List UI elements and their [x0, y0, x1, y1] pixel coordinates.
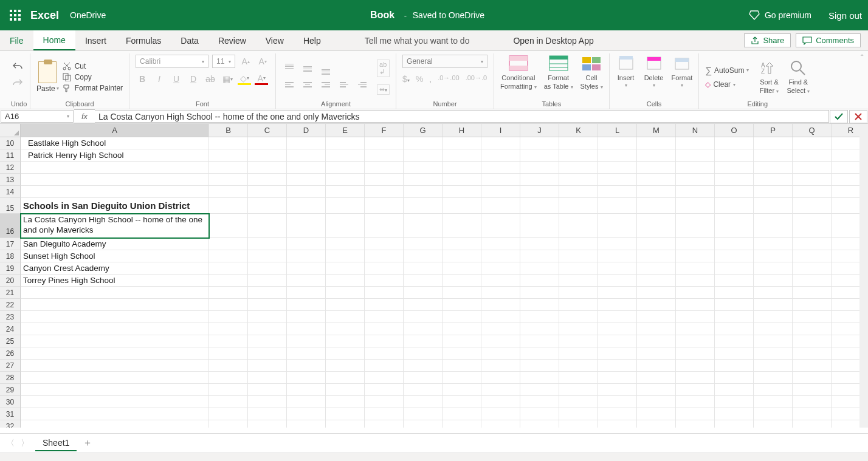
cell[interactable]: Schools in San Dieguito Union District — [21, 198, 209, 214]
cell[interactable] — [598, 238, 637, 250]
cell[interactable] — [287, 420, 326, 428]
cell[interactable] — [248, 238, 287, 250]
cell[interactable] — [598, 149, 637, 162]
cell[interactable] — [365, 214, 404, 238]
cell[interactable] — [248, 408, 287, 420]
cell[interactable] — [21, 372, 209, 384]
tab-help[interactable]: Help — [294, 30, 331, 50]
cell[interactable] — [637, 174, 676, 186]
cell[interactable] — [481, 420, 520, 428]
cell[interactable] — [287, 372, 326, 384]
cell[interactable] — [209, 311, 248, 323]
cell[interactable] — [715, 149, 754, 162]
cell[interactable] — [326, 275, 365, 287]
cell[interactable] — [520, 384, 559, 396]
cell[interactable] — [326, 250, 365, 262]
cell[interactable] — [365, 347, 404, 360]
cell[interactable] — [637, 384, 676, 396]
cell[interactable] — [559, 323, 598, 335]
cell[interactable] — [248, 198, 287, 214]
column-header[interactable]: N — [676, 124, 715, 137]
cell[interactable] — [443, 311, 481, 323]
cell[interactable] — [326, 360, 365, 372]
cell[interactable] — [559, 238, 598, 250]
cell[interactable] — [248, 396, 287, 408]
cell[interactable] — [365, 372, 404, 384]
tab-file[interactable]: File — [0, 30, 33, 50]
cell[interactable] — [676, 299, 715, 311]
cell[interactable] — [365, 198, 404, 214]
cell[interactable] — [715, 262, 754, 275]
cell[interactable] — [754, 335, 793, 347]
cell[interactable] — [21, 384, 209, 396]
cell[interactable] — [443, 238, 481, 250]
row-header[interactable]: 24 — [0, 323, 21, 335]
cell[interactable] — [209, 408, 248, 420]
collapse-ribbon-icon[interactable]: ⌃ — [859, 53, 864, 60]
cell[interactable] — [598, 287, 637, 299]
cell[interactable] — [404, 396, 443, 408]
cell[interactable] — [676, 372, 715, 384]
cell[interactable] — [637, 323, 676, 335]
merge-button[interactable]: ⬌▾ — [377, 84, 390, 95]
cell[interactable] — [248, 275, 287, 287]
cell[interactable] — [287, 323, 326, 335]
cell[interactable] — [326, 323, 365, 335]
cell[interactable] — [209, 174, 248, 186]
cell[interactable] — [481, 323, 520, 335]
cell[interactable] — [248, 262, 287, 275]
cell[interactable] — [637, 396, 676, 408]
cell[interactable] — [793, 384, 832, 396]
cell[interactable] — [481, 162, 520, 174]
cell[interactable] — [754, 396, 793, 408]
cell[interactable] — [404, 372, 443, 384]
row-header[interactable]: 12 — [0, 162, 21, 174]
cell-styles-button[interactable]: CellStyles ▾ — [580, 55, 603, 91]
cell[interactable] — [754, 311, 793, 323]
cell[interactable] — [287, 287, 326, 299]
row-header[interactable]: 30 — [0, 396, 21, 408]
cell[interactable] — [365, 238, 404, 250]
cell[interactable] — [365, 162, 404, 174]
cell[interactable] — [637, 311, 676, 323]
cell[interactable] — [248, 149, 287, 162]
cell[interactable] — [326, 384, 365, 396]
cell[interactable] — [754, 162, 793, 174]
cell[interactable] — [365, 384, 404, 396]
cell[interactable] — [481, 186, 520, 198]
tab-home[interactable]: Home — [33, 30, 75, 50]
cell[interactable] — [443, 174, 481, 186]
cell[interactable] — [404, 214, 443, 238]
row-header[interactable]: 29 — [0, 384, 21, 396]
row-header[interactable]: 26 — [0, 347, 21, 360]
decrease-decimal-button[interactable]: .00→.0 — [466, 74, 487, 84]
cell[interactable] — [326, 287, 365, 299]
cell[interactable] — [326, 149, 365, 162]
cell[interactable] — [248, 335, 287, 347]
cell[interactable] — [598, 299, 637, 311]
cell[interactable] — [209, 262, 248, 275]
cell[interactable] — [287, 347, 326, 360]
cell[interactable] — [287, 149, 326, 162]
cell[interactable] — [715, 372, 754, 384]
cell[interactable] — [248, 186, 287, 198]
row-header[interactable]: 31 — [0, 408, 21, 420]
cell[interactable] — [637, 372, 676, 384]
cell[interactable] — [209, 299, 248, 311]
cell[interactable] — [793, 238, 832, 250]
column-header[interactable]: K — [559, 124, 598, 137]
cell[interactable] — [676, 149, 715, 162]
cell[interactable] — [715, 238, 754, 250]
cell[interactable] — [21, 186, 209, 198]
column-header[interactable]: G — [404, 124, 443, 137]
cell[interactable] — [637, 149, 676, 162]
cell[interactable] — [676, 420, 715, 428]
cell[interactable] — [793, 174, 832, 186]
cell[interactable] — [559, 372, 598, 384]
cell[interactable] — [404, 311, 443, 323]
cell[interactable] — [793, 275, 832, 287]
cell[interactable] — [637, 262, 676, 275]
cell[interactable] — [287, 198, 326, 214]
doc-name[interactable]: Book — [370, 10, 394, 20]
cell[interactable] — [443, 323, 481, 335]
